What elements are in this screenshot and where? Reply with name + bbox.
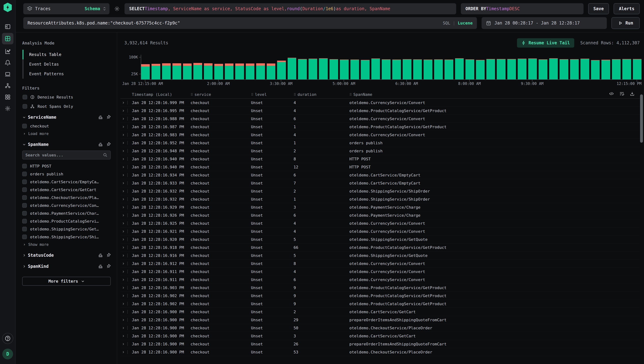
table-row[interactable]: Jan 28 12:28:16.921 PMcheckoutUnset4otel… [120,228,640,236]
table-row[interactable]: Jan 28 12:28:16.918 PMcheckoutUnset66ote… [120,244,640,252]
expand-row-chevron-icon[interactable] [122,278,125,281]
table-row[interactable]: Jan 28 12:28:16.900 PMcheckoutUnset3otel… [120,332,640,340]
checkbox[interactable] [22,211,27,216]
facet-header-spankind[interactable]: SpanKind [22,264,111,269]
histogram-bar[interactable] [518,59,526,80]
histogram-bar[interactable] [267,64,275,80]
table-row[interactable]: Jan 28 12:28:16.940 PMcheckoutUnset8HTTP… [120,155,640,163]
histogram-bar[interactable] [214,64,223,80]
table-row[interactable]: Jan 28 12:28:16.916 PMcheckoutUnset5otel… [120,252,640,260]
facet-chart-icon[interactable] [98,264,103,269]
pin-icon[interactable] [106,115,111,120]
analysis-mode-event-patterns[interactable]: Event Patterns [23,69,111,79]
select-clause-editor[interactable]: SELECT Timestamp, ServiceName as service… [125,3,456,14]
table-row[interactable]: Jan 28 12:28:16.911 PMcheckoutUnset4otel… [120,268,640,276]
expand-row-chevron-icon[interactable] [122,125,125,128]
expand-row-chevron-icon[interactable] [122,270,125,273]
histogram-bar[interactable] [539,59,547,80]
expand-row-chevron-icon[interactable] [122,142,125,144]
sessions-laptop-icon[interactable] [2,69,14,80]
pin-icon[interactable] [106,253,111,258]
histogram-bar[interactable] [465,59,474,80]
download-icon[interactable] [630,91,635,96]
table-row[interactable]: Jan 28 12:28:16.900 PMcheckoutUnset29pre… [120,316,640,324]
histogram-bar[interactable] [580,59,589,80]
expand-row-chevron-icon[interactable] [122,342,125,346]
histogram-bar[interactable] [612,59,620,80]
facet-value-row[interactable]: oteldemo.CurrencyService/Con… [22,203,111,208]
table-row[interactable]: Jan 28 12:28:16.940 PMcheckoutUnset12HTT… [120,163,640,171]
table-row[interactable]: Jan 28 12:28:16.952 PMcheckoutUnset1orde… [120,139,640,147]
checkbox[interactable] [22,124,27,128]
drag-handle-icon[interactable] [294,92,296,96]
column-header-duration[interactable]: duration [294,92,349,97]
alerts-button[interactable]: Alerts [613,3,640,14]
histogram-bar[interactable] [622,59,631,80]
table-row[interactable]: Jan 28 12:28:16.902 PMcheckoutUnset9otel… [120,292,640,300]
histogram-bar[interactable] [256,63,265,80]
facet-search-input[interactable] [26,153,103,157]
text-wrap-icon[interactable] [619,91,624,96]
toggle-denoise-results[interactable]: Denoise Results [23,95,111,100]
chart-explorer-icon[interactable] [2,46,14,56]
facet-header-spanname[interactable]: SpanName [22,142,111,147]
expand-row-chevron-icon[interactable] [122,294,125,297]
checkbox[interactable] [22,219,27,224]
collapse-sidebar-icon[interactable] [2,22,14,32]
facet-value-row[interactable]: HTTP POST [22,164,111,168]
histogram-bar[interactable] [141,64,150,80]
table-row[interactable]: Jan 28 12:28:16.900 PMcheckoutUnset2otel… [120,308,640,316]
facet-header-statuscode[interactable]: StatusCode [22,253,111,258]
histogram-bar[interactable] [361,60,369,80]
histogram-bar[interactable] [288,58,296,80]
facet-value-row[interactable]: checkout [22,124,111,128]
checkbox[interactable] [22,187,27,192]
order-by-editor[interactable]: ORDER BY Timestamp DESC [461,3,583,14]
histogram-bar[interactable] [570,59,579,80]
column-header-service[interactable]: service [191,92,251,97]
checkbox[interactable] [22,164,27,168]
expand-row-chevron-icon[interactable] [122,246,125,249]
histogram-bar[interactable] [528,58,537,80]
histogram-bar[interactable] [444,60,453,80]
expand-row-chevron-icon[interactable] [122,109,125,112]
expand-row-chevron-icon[interactable] [122,230,125,233]
histogram-bar[interactable] [559,59,568,80]
table-row[interactable]: Jan 28 12:28:16.948 PMcheckoutUnset2orde… [120,147,640,155]
column-header-timestamp-local-[interactable]: Timestamp (Local) [132,92,191,97]
histogram-bar[interactable] [183,64,192,80]
expand-row-chevron-icon[interactable] [122,254,125,257]
facet-search-spanname[interactable] [22,150,111,160]
table-row[interactable]: Jan 28 12:28:16.934 PMcheckoutUnset6otel… [120,171,640,179]
table-row[interactable]: Jan 28 12:28:16.900 PMcheckoutUnset53ote… [120,348,640,356]
histogram-bar[interactable] [340,60,348,80]
checkbox[interactable] [22,234,27,239]
histogram-bar[interactable] [424,60,432,80]
facet-value-row[interactable]: oteldemo.PaymentService/Char… [22,211,111,216]
table-row[interactable]: Jan 28 12:28:16.932 PMcheckoutUnset2otel… [120,187,640,195]
facet-value-row[interactable]: oteldemo.CartService/EmptyCa… [22,180,111,184]
service-map-icon[interactable] [2,80,14,91]
expand-row-chevron-icon[interactable] [122,198,125,201]
language-toggle[interactable]: SQL | Lucene [443,21,473,26]
expand-row-chevron-icon[interactable] [122,182,125,185]
expand-row-chevron-icon[interactable] [122,166,125,168]
facet-value-row[interactable]: oteldemo.CheckoutService/Pla… [22,195,111,200]
expand-row-chevron-icon[interactable] [122,334,125,338]
checkbox[interactable] [22,180,27,184]
drag-handle-icon[interactable] [191,92,193,96]
histogram-bar[interactable] [246,64,254,80]
user-avatar[interactable]: D [2,348,13,359]
resume-live-tail-button[interactable]: Resume Live Tail [517,38,574,48]
toggle-root-spans-only[interactable]: Root Spans Only [23,104,111,109]
table-row[interactable]: Jan 28 12:28:16.995 PMcheckoutUnset4otel… [120,107,640,115]
histogram-bar[interactable] [152,64,160,80]
facet-chart-icon[interactable] [98,115,103,120]
drag-handle-icon[interactable] [251,92,254,96]
table-row[interactable]: Jan 28 12:28:16.933 PMcheckoutUnset7otel… [120,179,640,187]
expand-row-chevron-icon[interactable] [122,117,125,120]
help-icon[interactable] [2,333,13,344]
hyperdx-logo[interactable] [3,2,12,12]
facet-show-more[interactable]: Show more [23,242,111,247]
histogram-bar[interactable] [476,60,485,80]
